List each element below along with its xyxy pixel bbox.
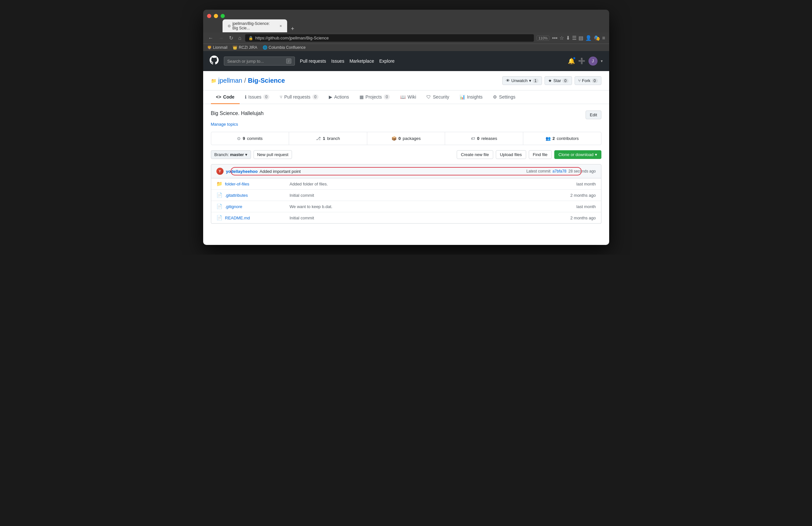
reader-icon[interactable]: ▤	[579, 35, 583, 41]
folder-icon: 📁	[216, 181, 222, 187]
nav-pull-requests[interactable]: Pull requests	[300, 58, 326, 63]
commit-hash-link[interactable]: a7bfa78	[552, 169, 566, 173]
clone-label: Clone or download	[559, 152, 593, 157]
home-button[interactable]: ⌂	[237, 34, 243, 42]
github-logo[interactable]	[209, 56, 219, 67]
more-options-icon[interactable]: •••	[552, 35, 557, 41]
stat-packages[interactable]: 📦 0 packages	[367, 132, 445, 145]
github-favicon: ⊙	[228, 24, 231, 28]
avatar-dropdown-icon[interactable]: ▾	[601, 59, 603, 63]
repo-name-link[interactable]: Big-Science	[248, 77, 285, 84]
library-icon[interactable]: ☰	[572, 35, 577, 41]
tab-issues[interactable]: ℹ Issues 0	[240, 90, 275, 104]
active-tab[interactable]: ⊙ jpellman/Big-Science: Big Scie... ✕	[222, 19, 287, 32]
latest-commit-label: Latest commit	[526, 169, 551, 173]
nav-right: 🔔 ➕ J ▾	[568, 57, 603, 66]
security-icon: 🛡	[426, 94, 431, 100]
stat-contributors[interactable]: 👥 2 contributors	[523, 132, 601, 145]
download-icon[interactable]: ⬇	[566, 35, 570, 41]
star-icon: ★	[548, 78, 552, 83]
clone-or-download-button[interactable]: Clone or download ▾	[554, 150, 601, 159]
github-page: Search or jump to... / Pull requests Iss…	[203, 51, 609, 245]
edit-button[interactable]: Edit	[585, 111, 601, 119]
tab-code-label: Code	[223, 94, 234, 100]
commit-user-link[interactable]: yodellayheehoo	[226, 169, 258, 174]
branch-dropdown-icon: ▾	[245, 152, 247, 157]
new-tab-button[interactable]: +	[289, 26, 296, 32]
tab-actions-label: Actions	[334, 94, 349, 100]
tab-code[interactable]: <> Code	[211, 90, 240, 104]
stat-releases[interactable]: 🏷 0 releases	[445, 132, 523, 145]
repo-header: 📁 jpellman / Big-Science 👁 Unwatch ▾ 1 ★…	[203, 71, 609, 90]
search-placeholder: Search or jump to...	[227, 59, 264, 63]
create-new-file-button[interactable]: Create new file	[457, 150, 493, 159]
file-icon: 📄	[216, 203, 222, 209]
nav-marketplace[interactable]: Marketplace	[349, 58, 374, 63]
tab-insights[interactable]: 📊 Insights	[454, 90, 488, 104]
upload-files-button[interactable]: Upload files	[496, 150, 526, 159]
menu-icon[interactable]: ≡	[602, 35, 605, 41]
file-name-link[interactable]: .gitattributes	[225, 193, 290, 198]
tab-security[interactable]: 🛡 Security	[421, 90, 454, 104]
address-bar[interactable]: 🔒 https://github.com/jpellman/Big-Scienc…	[245, 34, 534, 42]
tab-projects[interactable]: ▦ Projects 0	[354, 90, 395, 104]
back-button[interactable]: ←	[207, 34, 215, 42]
actions-icon: ▶	[329, 94, 332, 100]
file-date: 2 months ago	[570, 215, 596, 221]
unwatch-button[interactable]: 👁 Unwatch ▾ 1	[502, 76, 542, 85]
commit-meta: Latest commit a7bfa78 28 seconds ago	[526, 169, 596, 173]
star-button[interactable]: ★ Star 0	[545, 76, 572, 85]
bookmark-lionmail[interactable]: 🦁 Lionmail	[207, 45, 228, 50]
tab-wiki[interactable]: 📖 Wiki	[395, 90, 421, 104]
tab-pull-requests[interactable]: ⑂ Pull requests 0	[275, 90, 324, 104]
contributors-label: contributors	[557, 136, 579, 141]
file-commit-msg: Added folder of files.	[290, 182, 577, 186]
tab-settings-label: Settings	[499, 94, 516, 100]
tab-wiki-label: Wiki	[408, 94, 416, 100]
repo-description-row: Big Science. Hallelujah Edit	[211, 111, 601, 119]
eye-icon: 👁	[506, 78, 510, 83]
minimize-button[interactable]	[214, 14, 218, 18]
new-pull-request-button[interactable]: New pull request	[253, 150, 292, 159]
notification-bell-icon[interactable]: 🔔	[568, 57, 575, 65]
fullscreen-button[interactable]	[221, 14, 225, 18]
unwatch-count: 1	[533, 79, 539, 83]
file-date: 2 months ago	[570, 193, 596, 198]
tab-actions[interactable]: ▶ Actions	[324, 90, 354, 104]
tab-settings[interactable]: ⚙ Settings	[488, 90, 521, 104]
releases-icon: 🏷	[471, 136, 475, 141]
notification-indicator	[573, 57, 576, 59]
user-avatar[interactable]: J	[589, 57, 597, 66]
tab-close-button[interactable]: ✕	[279, 24, 282, 28]
extensions-icon[interactable]: 🎭	[594, 35, 600, 41]
tab-insights-label: Insights	[467, 94, 482, 100]
file-name-link[interactable]: .gitignore	[225, 204, 290, 209]
new-repo-icon[interactable]: ➕	[578, 57, 585, 65]
stat-branches[interactable]: ⎇ 1 branch	[289, 132, 367, 145]
bookmark-confluence[interactable]: 🌐 Columbia Confluence	[263, 45, 306, 50]
nav-explore[interactable]: Explore	[379, 58, 394, 63]
clone-dropdown-icon: ▾	[595, 152, 597, 157]
file-name-link[interactable]: folder-of-files	[225, 182, 290, 186]
star-label: Star	[553, 78, 561, 83]
stat-commits[interactable]: ⊙ 9 commits	[211, 132, 289, 145]
tab-title: jpellman/Big-Science: Big Scie...	[233, 21, 276, 30]
file-icon: 📄	[216, 215, 222, 221]
file-name-link[interactable]: README.md	[225, 215, 290, 221]
branch-selector[interactable]: Branch: master ▾	[211, 150, 251, 159]
star-count: 0	[562, 79, 568, 83]
find-file-button[interactable]: Find file	[529, 150, 552, 159]
bookmark-icon[interactable]: ☆	[560, 35, 564, 41]
bookmark-jira[interactable]: 👑 RCZI JIRA	[233, 45, 257, 50]
close-button[interactable]	[207, 14, 211, 18]
repo-tabs: <> Code ℹ Issues 0 ⑂ Pull requests 0 ▶ A…	[203, 90, 609, 104]
repo-owner-link[interactable]: jpellman	[218, 77, 242, 84]
refresh-button[interactable]: ↻	[228, 34, 234, 42]
fork-button[interactable]: ⑂ Fork 0	[575, 76, 601, 85]
forward-button[interactable]: →	[217, 34, 225, 42]
account-icon[interactable]: 👤	[585, 35, 592, 41]
lock-icon: 🔒	[248, 36, 253, 40]
nav-issues[interactable]: Issues	[331, 58, 344, 63]
search-box[interactable]: Search or jump to... /	[224, 57, 295, 66]
manage-topics-link[interactable]: Manage topics	[211, 122, 601, 127]
